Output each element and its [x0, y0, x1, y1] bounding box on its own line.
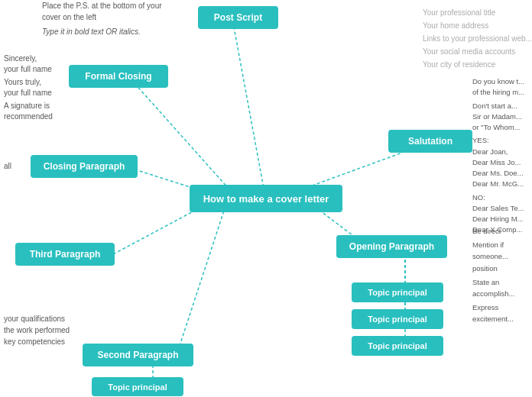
opening-paragraph-tip: Be direct Mention if someone... position… — [472, 225, 532, 325]
third-paragraph-tip: your qualifications the work performed k… — [4, 313, 70, 347]
post-script-node[interactable]: Post Script — [198, 6, 278, 29]
line-salutation — [302, 147, 419, 189]
topic-principal-bottom-node[interactable]: Topic principal — [92, 377, 183, 396]
salutation-tip: Do you know t... of the hiring m... Don'… — [472, 76, 524, 236]
topic-principal-3-node[interactable]: Topic principal — [352, 336, 443, 356]
mind-map: Place the P.S. at the bottom of your cov… — [0, 0, 532, 397]
line-post-script — [233, 23, 264, 192]
topic-principal-1-node[interactable]: Topic principal — [352, 282, 443, 302]
closing-all-text: all — [4, 160, 11, 172]
closing-paragraph-node[interactable]: Closing Paragraph — [31, 155, 138, 178]
opening-paragraph-node[interactable]: Opening Paragraph — [336, 235, 447, 258]
center-node[interactable]: How to make a cover letter — [190, 185, 342, 212]
professional-web-tip: Your professional title Your home addres… — [423, 6, 532, 71]
salutation-node[interactable]: Salutation — [388, 130, 472, 153]
topic-principal-2-node[interactable]: Topic principal — [352, 309, 443, 329]
postscript-tip: Place the P.S. at the bottom of your cov… — [42, 0, 162, 37]
line-formal-closing — [134, 82, 229, 189]
second-paragraph-node[interactable]: Second Paragraph — [83, 344, 193, 366]
line-second-paragraph — [176, 206, 225, 357]
formal-closing-node[interactable]: Formal Closing — [69, 65, 168, 88]
third-paragraph-node[interactable]: Third Paragraph — [15, 243, 115, 266]
formal-closing-tip: Sincerely, your full name Yours truly, y… — [4, 53, 53, 122]
